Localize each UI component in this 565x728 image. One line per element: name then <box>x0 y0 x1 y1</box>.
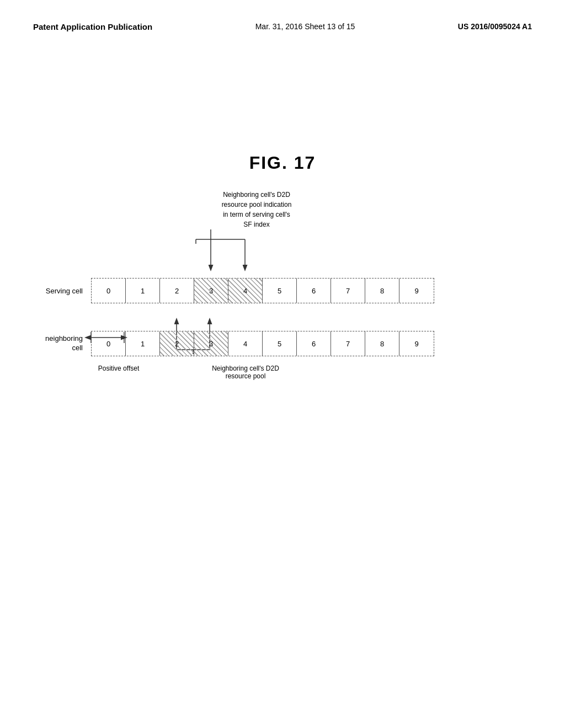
serving-cell-4: 4 <box>228 279 263 303</box>
page-header: Patent Application Publication Mar. 31, … <box>0 0 565 31</box>
serving-cell-1: 1 <box>126 279 160 303</box>
neighboring-cell-1: 1 <box>126 331 160 356</box>
serving-cell-row: Serving cell 0123456789 <box>33 278 532 303</box>
serving-cell-9: 9 <box>399 279 434 303</box>
neighboring-cell-9: 9 <box>399 331 434 356</box>
neighboring-cell-4: 4 <box>228 331 263 356</box>
positive-offset-label: Positive offset <box>91 365 146 380</box>
header-center: Mar. 31, 2016 Sheet 13 of 15 <box>255 22 355 31</box>
serving-cell-grid: 0123456789 <box>91 278 434 303</box>
neighboring-cell-label: neighboring cell <box>33 334 83 353</box>
neighboring-cell-0: 0 <box>92 331 126 356</box>
serving-cell-label: Serving cell <box>33 287 83 295</box>
neighboring-cell-3: 3 <box>194 331 228 356</box>
serving-cell-0: 0 <box>92 279 126 303</box>
serving-cell-8: 8 <box>365 279 399 303</box>
annotation-text: Neighboring cell's D2D resource pool ind… <box>212 190 301 229</box>
neighboring-cell-grid: 0123456789 <box>91 331 434 356</box>
serving-cell-2: 2 <box>160 279 194 303</box>
header-right: US 2016/0095024 A1 <box>458 22 532 31</box>
serving-cell-3: 3 <box>194 279 228 303</box>
header-left: Patent Application Publication <box>33 22 152 31</box>
figure-title: FIG. 17 <box>0 153 565 173</box>
neighboring-pool-label: Neighboring cell's D2D resource pool <box>201 365 290 380</box>
neighboring-cell-5: 5 <box>263 331 297 356</box>
serving-cell-7: 7 <box>331 279 365 303</box>
neighboring-cell-row: neighboring cell 0123456789 <box>33 331 532 356</box>
neighboring-cell-6: 6 <box>297 331 331 356</box>
serving-cell-6: 6 <box>297 279 331 303</box>
serving-cell-5: 5 <box>263 279 297 303</box>
neighboring-cell-7: 7 <box>331 331 365 356</box>
bottom-labels: Positive offset Neighboring cell's D2D r… <box>91 365 532 380</box>
neighboring-cell-2: 2 <box>160 331 194 356</box>
diagram-container: Neighboring cell's D2D resource pool ind… <box>33 190 532 380</box>
annotation-area: Neighboring cell's D2D resource pool ind… <box>91 190 532 234</box>
neighboring-cell-8: 8 <box>365 331 399 356</box>
